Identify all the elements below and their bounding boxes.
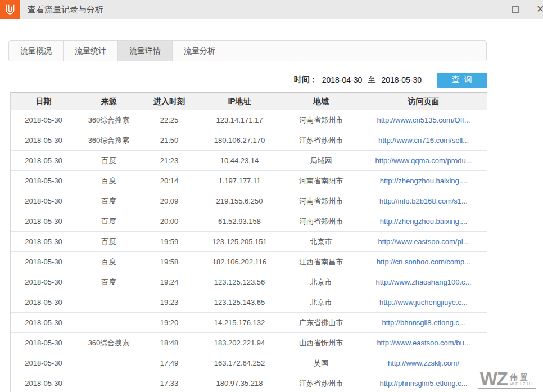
- cell-visited-page-link[interactable]: http://zhengzhou.baixing....: [360, 177, 487, 185]
- table-row: 2018-05-30 19:20 14.215.176.132 广东省佛山市 h…: [11, 313, 487, 333]
- cell-ip-address: 123.14.171.17: [197, 116, 282, 124]
- table-row: 2018-05-30 百度 20:09 219.155.6.250 河南省郑州市…: [11, 191, 487, 211]
- cell-region: 局域网: [282, 156, 360, 166]
- table-row: 2018-05-30 百度 19:58 182.106.202.116 江西省南…: [11, 252, 487, 272]
- cell-region: 河南省南阳市: [282, 176, 360, 186]
- cell-visited-page-link[interactable]: http://www.eastsoo.com/pi...: [360, 237, 487, 246]
- table-row: 2018-05-30 360综合搜索 21:50 180.106.27.170 …: [11, 130, 487, 151]
- cell-date: 2018-05-30: [11, 136, 76, 145]
- table-row: 2018-05-30 17:33 180.97.35.218 江苏省苏州市 ht…: [11, 373, 487, 392]
- header-ip-address: IP地址: [197, 97, 282, 107]
- cell-visited-page-link[interactable]: http://zhengzhou.baixing....: [360, 217, 487, 226]
- cell-region: 英国: [282, 358, 360, 368]
- cell-date: 2018-05-30: [11, 116, 76, 124]
- window-title: 查看流量记录与分析: [28, 4, 103, 15]
- cell-visited-page-link[interactable]: http://bhnnsgli8.etlong.c...: [360, 318, 487, 327]
- cell-ip-address: 183.202.221.94: [197, 339, 282, 347]
- cell-entry-time: 19:58: [141, 258, 197, 266]
- table-row: 2018-05-30 百度 20:14 1.197.177.11 河南省南阳市 …: [11, 171, 487, 191]
- cell-date: 2018-05-30: [11, 197, 76, 205]
- cell-date: 2018-05-30: [11, 298, 76, 307]
- cell-visited-page-link[interactable]: http://cn.sonhoo.com/comp...: [360, 258, 487, 266]
- start-date-field[interactable]: 2018-04-30: [322, 75, 363, 84]
- time-label: 时间：: [294, 75, 318, 85]
- cell-visited-page-link[interactable]: http://www.cn716.com/sell...: [360, 136, 487, 145]
- cell-visited-page-link[interactable]: http://www.eastsoo.com/bu...: [360, 339, 487, 347]
- cell-date: 2018-05-30: [11, 217, 76, 226]
- end-date-field[interactable]: 2018-05-30: [381, 75, 422, 84]
- table-header-row: 日期 来源 进入时刻 IP地址 地域 访问页面: [11, 92, 487, 110]
- cell-entry-time: 21:23: [141, 156, 197, 165]
- traffic-table: 日期 来源 进入时刻 IP地址 地域 访问页面 2018-05-30 360综合…: [10, 92, 487, 392]
- table-body: 2018-05-30 360综合搜索 22:25 123.14.171.17 河…: [11, 110, 487, 392]
- table-row: 2018-05-30 360综合搜索 18:48 183.202.221.94 …: [11, 333, 487, 353]
- table-row: 2018-05-30 百度 21:23 10.44.23.14 局域网 http…: [11, 151, 487, 171]
- cell-ip-address: 10.44.23.14: [197, 156, 282, 165]
- cell-region: 河南省郑州市: [282, 115, 360, 125]
- app-logo-icon: [0, 0, 20, 19]
- cell-visited-page-link[interactable]: http://www.qqma.com/produ...: [360, 156, 487, 165]
- cell-entry-time: 19:59: [141, 237, 197, 246]
- cell-source: 百度: [76, 257, 141, 267]
- header-source: 来源: [76, 97, 141, 107]
- cell-ip-address: 123.125.123.56: [197, 278, 282, 286]
- cell-region: 北京市: [282, 298, 360, 308]
- cell-date: 2018-05-30: [11, 339, 76, 347]
- cell-source: 360综合搜索: [76, 338, 141, 348]
- header-region: 地域: [282, 97, 360, 107]
- cell-visited-page-link[interactable]: http://www.zzsklj.com/: [360, 359, 487, 367]
- cell-date: 2018-05-30: [11, 156, 76, 165]
- title-bar: 查看流量记录与分析 ✕: [0, 0, 543, 19]
- cell-entry-time: 17:33: [141, 379, 197, 388]
- cell-date: 2018-05-30: [11, 258, 76, 266]
- cell-region: 北京市: [282, 277, 360, 287]
- cell-visited-page-link[interactable]: http://www.zhaoshang100.c...: [360, 278, 487, 286]
- cell-ip-address: 180.106.27.170: [197, 136, 282, 145]
- close-button[interactable]: ✕: [536, 0, 543, 19]
- cell-visited-page-link[interactable]: http://www.juchengjiuye.c...: [360, 298, 487, 307]
- table-row: 2018-05-30 百度 20:00 61.52.93.158 河南省郑州市 …: [11, 211, 487, 232]
- query-button[interactable]: 查 询: [437, 73, 487, 88]
- table-row: 2018-05-30 19:23 123.125.143.65 北京市 http…: [11, 292, 487, 313]
- cell-visited-page-link[interactable]: http://info.b2b168.com/s1...: [360, 197, 487, 205]
- cell-region: 山西省忻州市: [282, 338, 360, 348]
- cell-date: 2018-05-30: [11, 379, 76, 388]
- header-date: 日期: [11, 97, 76, 107]
- to-label: 至: [368, 75, 375, 85]
- cell-region: 河南省郑州市: [282, 217, 360, 227]
- cell-date: 2018-05-30: [11, 318, 76, 327]
- cell-region: 江苏省苏州市: [282, 136, 360, 146]
- table-row: 2018-05-30 百度 19:59 123.125.205.151 北京市 …: [11, 232, 487, 252]
- maximize-button[interactable]: [512, 6, 519, 13]
- cell-date: 2018-05-30: [11, 237, 76, 246]
- tab-traffic-overview[interactable]: 流量概况: [9, 41, 64, 61]
- cell-region: 河南省郑州市: [282, 196, 360, 206]
- cell-entry-time: 18:48: [141, 339, 197, 347]
- cell-source: 百度: [76, 176, 141, 186]
- watermark-cn: 伟置: [510, 373, 534, 382]
- window-right-border: [541, 19, 541, 392]
- tab-traffic-statistics[interactable]: 流量统计: [64, 41, 118, 61]
- cell-visited-page-link[interactable]: http://phnnsglm5.etlong.c...: [360, 379, 487, 388]
- cell-date: 2018-05-30: [11, 359, 76, 367]
- traffic-records-window: 查看流量记录与分析 ✕ 流量概况 流量统计 流量详情 流量分析 时间： 2018…: [0, 0, 543, 392]
- cell-source: 360综合搜索: [76, 136, 141, 146]
- cell-ip-address: 1.197.177.11: [197, 177, 282, 185]
- watermark-en: WEIZHI: [510, 382, 534, 386]
- header-visited-page: 访问页面: [360, 97, 487, 107]
- cell-entry-time: 19:24: [141, 278, 197, 286]
- date-filter-row: 时间： 2018-04-30 至 2018-05-30 查 询: [294, 72, 487, 88]
- cell-region: 江苏省苏州市: [282, 379, 360, 389]
- cell-region: 广东省佛山市: [282, 318, 360, 328]
- cell-ip-address: 61.52.93.158: [197, 217, 282, 226]
- cell-source: 百度: [76, 156, 141, 166]
- cell-ip-address: 123.125.143.65: [197, 298, 282, 307]
- tab-traffic-analysis[interactable]: 流量分析: [173, 41, 227, 61]
- cell-visited-page-link[interactable]: http://www.cn5135.com/Off...: [360, 116, 487, 124]
- cell-entry-time: 17:49: [141, 359, 197, 367]
- cell-source: 百度: [76, 196, 141, 206]
- watermark-wz: WZ: [480, 372, 508, 386]
- cell-entry-time: 20:09: [141, 197, 197, 205]
- cell-source: 百度: [76, 277, 141, 287]
- tab-traffic-details[interactable]: 流量详情: [118, 41, 173, 61]
